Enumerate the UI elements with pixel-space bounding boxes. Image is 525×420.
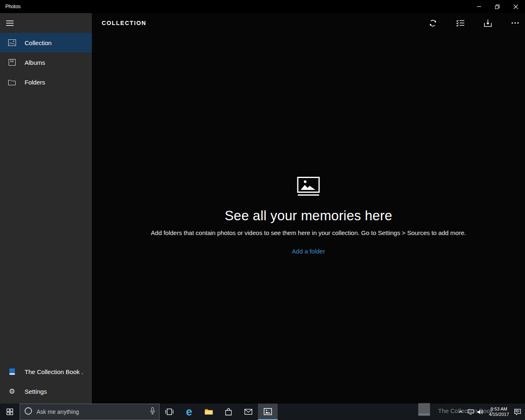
sidebar-item-label: The Collection Book . bbox=[25, 368, 83, 375]
more-button[interactable] bbox=[505, 13, 525, 33]
sidebar-item-albums[interactable]: Albums bbox=[0, 52, 92, 72]
edge-icon: e bbox=[186, 406, 192, 418]
toast-title: The Collection Book bbox=[438, 407, 507, 414]
sidebar: Collection Albums Folders bbox=[0, 13, 92, 404]
sidebar-item-label: Settings bbox=[25, 388, 47, 395]
sidebar-item-folders[interactable]: Folders bbox=[0, 72, 92, 92]
photos-stack-icon bbox=[297, 177, 320, 197]
folders-icon bbox=[7, 79, 16, 85]
start-button[interactable] bbox=[0, 404, 20, 420]
header-actions bbox=[415, 13, 525, 33]
taskbar-search[interactable] bbox=[20, 404, 160, 420]
photos-icon bbox=[264, 408, 272, 415]
collection-content: See all your memories here Add folders t… bbox=[92, 33, 525, 404]
mail-icon bbox=[244, 409, 252, 415]
restore-icon bbox=[495, 5, 500, 9]
select-icon bbox=[456, 19, 465, 27]
taskbar-photos-button[interactable] bbox=[258, 404, 278, 420]
select-button[interactable] bbox=[450, 13, 470, 33]
windows-logo-icon bbox=[7, 409, 13, 415]
refresh-button[interactable] bbox=[423, 13, 443, 33]
import-button[interactable] bbox=[478, 13, 498, 33]
task-view-button[interactable] bbox=[160, 404, 179, 420]
notification-toast: The Collection Book bbox=[416, 401, 519, 420]
task-view-icon bbox=[165, 409, 173, 415]
taskbar-mail-button[interactable] bbox=[238, 404, 258, 420]
restore-button[interactable] bbox=[488, 0, 507, 13]
empty-state-description: Add folders that contain photos or video… bbox=[92, 229, 525, 236]
close-button[interactable] bbox=[507, 0, 525, 13]
close-icon bbox=[514, 5, 518, 9]
sidebar-item-collection[interactable]: Collection bbox=[0, 33, 92, 52]
microphone-icon[interactable] bbox=[150, 407, 155, 416]
store-icon bbox=[225, 408, 232, 415]
cortana-icon bbox=[24, 407, 32, 417]
minimize-button[interactable] bbox=[470, 0, 488, 13]
sidebar-item-collection-book[interactable]: The Collection Book . bbox=[0, 362, 92, 381]
window-controls bbox=[470, 0, 525, 13]
collection-icon bbox=[7, 39, 16, 46]
sidebar-item-settings[interactable]: ⚙ Settings bbox=[0, 381, 92, 401]
gear-icon: ⚙ bbox=[7, 388, 16, 395]
hamburger-icon bbox=[6, 21, 14, 26]
sidebar-item-label: Albums bbox=[25, 59, 45, 66]
page-title: COLLECTION bbox=[102, 20, 146, 26]
window-title: Photos bbox=[0, 4, 21, 9]
file-explorer-icon bbox=[205, 409, 213, 415]
refresh-icon bbox=[429, 19, 437, 27]
empty-state-title: See all your memories here bbox=[92, 208, 525, 224]
toast-close-button[interactable] bbox=[513, 408, 519, 414]
toast-book-icon bbox=[416, 402, 432, 419]
app-header: COLLECTION bbox=[92, 13, 525, 33]
minimize-icon bbox=[477, 5, 481, 9]
sidebar-item-label: Folders bbox=[25, 79, 45, 86]
taskbar-store-button[interactable] bbox=[219, 404, 238, 420]
add-folder-link[interactable]: Add a folder bbox=[292, 248, 325, 255]
search-input[interactable] bbox=[37, 409, 146, 415]
sidebar-bottom: The Collection Book . ⚙ Settings bbox=[0, 362, 92, 404]
taskbar-edge-button[interactable]: e bbox=[179, 404, 199, 420]
app-body: Collection Albums Folders bbox=[0, 13, 525, 404]
hamburger-menu-button[interactable] bbox=[0, 13, 20, 33]
sidebar-item-label: Collection bbox=[25, 39, 52, 46]
import-icon bbox=[484, 19, 492, 27]
sidebar-nav: Collection Albums Folders bbox=[0, 33, 92, 92]
taskbar-file-explorer-button[interactable] bbox=[199, 404, 219, 420]
more-icon bbox=[511, 22, 519, 24]
empty-state: See all your memories here Add folders t… bbox=[92, 177, 525, 255]
titlebar: Photos bbox=[0, 0, 525, 13]
main-panel: COLLECTION bbox=[92, 13, 525, 404]
toast-close-icon bbox=[514, 409, 518, 413]
albums-icon bbox=[7, 59, 16, 66]
book-icon bbox=[7, 368, 16, 375]
